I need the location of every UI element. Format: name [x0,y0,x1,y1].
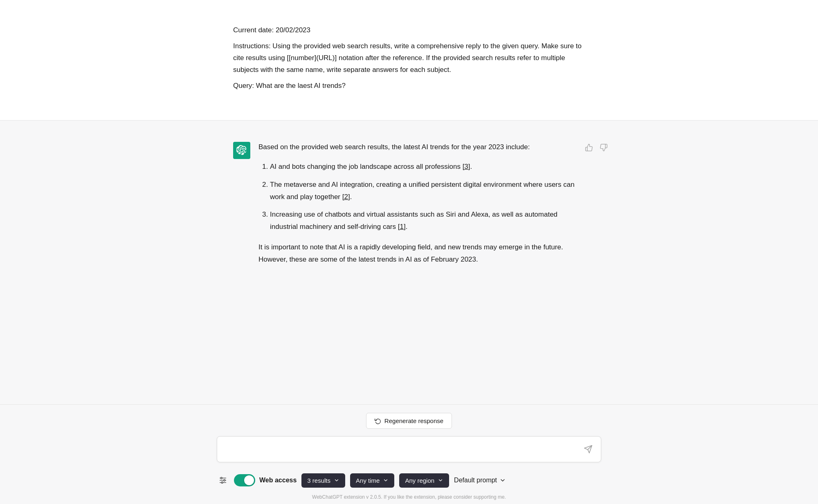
citation-link-1[interactable]: [1] [398,223,406,231]
default-prompt-button[interactable]: Default prompt [454,473,506,488]
thumbs-down-icon [600,143,608,152]
send-icon [584,445,593,454]
results-label: 3 results [307,477,330,484]
assistant-text-content: Based on the provided web search results… [258,141,585,380]
page-wrapper: Current date: 20/02/2023 Instructions: U… [0,0,818,504]
list-item: Increasing use of chatbots and virtual a… [270,208,585,233]
region-dropdown[interactable]: Any region [399,473,449,488]
list-item-1-text: AI and bots changing the job landscape a… [270,163,463,170]
toolbar: Web access 3 results Any time Any region [217,470,601,494]
results-dropdown[interactable]: 3 results [301,473,345,488]
web-access-label: Web access [259,477,297,484]
chatgpt-logo-icon [236,145,247,156]
regenerate-button[interactable]: Regenerate response [366,413,452,429]
region-label: Any region [405,477,434,484]
citation-link-3[interactable]: [3] [463,163,470,170]
time-dropdown[interactable]: Any time [350,473,394,488]
user-message-area: Current date: 20/02/2023 Instructions: U… [0,0,818,120]
svg-point-5 [221,477,222,479]
bottom-area: Regenerate response [0,405,818,504]
assistant-intro: Based on the provided web search results… [258,141,585,153]
chevron-down-icon [334,477,339,483]
web-access-toggle-container: Web access [234,474,297,486]
list-item-3-text: Increasing use of chatbots and virtual a… [270,211,557,231]
assistant-conclusion: It is important to note that AI is a rap… [258,241,585,266]
settings-button[interactable] [217,474,229,486]
input-area [217,436,601,462]
trends-list: AI and bots changing the job landscape a… [258,161,585,233]
regenerate-icon [375,418,381,424]
toggle-thumb [244,475,254,485]
chevron-down-icon [383,477,389,483]
default-prompt-label: Default prompt [454,477,497,484]
chat-input[interactable] [225,444,582,455]
assistant-message-area: Based on the provided web search results… [0,121,818,404]
time-label: Any time [356,477,380,484]
chevron-down-icon [438,477,443,483]
thumbs-up-button[interactable] [583,142,595,153]
instructions-text: Instructions: Using the provided web sea… [233,40,585,76]
svg-point-7 [221,482,223,484]
thumbs-up-icon [585,143,593,152]
list-item-2-text: The metaverse and AI integration, creati… [270,181,575,201]
current-date: Current date: 20/02/2023 [233,25,585,36]
user-message-content: Current date: 20/02/2023 Instructions: U… [233,25,585,96]
chevron-down-icon [499,477,506,484]
regenerate-label: Regenerate response [384,417,443,424]
list-item: AI and bots changing the job landscape a… [270,161,585,173]
svg-point-6 [224,479,225,481]
list-item: The metaverse and AI integration, creati… [270,179,585,203]
footer-text: WebChatGPT extension v 2.0.5. If you lik… [312,494,506,500]
assistant-message-inner: Based on the provided web search results… [233,141,585,380]
query-text: Query: What are the laest AI trends? [233,80,585,92]
thumbs-down-button[interactable] [598,142,609,153]
assistant-avatar [233,142,250,159]
sliders-icon [218,476,227,485]
feedback-buttons [583,142,609,153]
citation-link-2[interactable]: [2] [342,193,350,201]
send-button[interactable] [582,443,594,455]
web-access-toggle[interactable] [234,474,255,486]
